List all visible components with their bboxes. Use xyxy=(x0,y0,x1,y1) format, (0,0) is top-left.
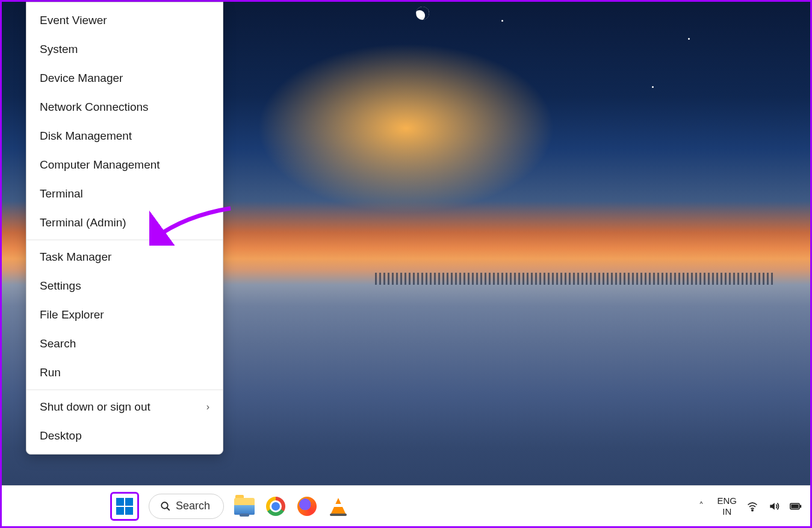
menu-item-desktop[interactable]: Desktop xyxy=(26,421,223,450)
menu-item-label: Desktop xyxy=(40,429,82,443)
menu-item-disk-management[interactable]: Disk Management xyxy=(26,122,223,151)
wifi-icon[interactable] xyxy=(746,500,758,512)
menu-item-computer-management[interactable]: Computer Management xyxy=(26,151,223,179)
winx-context-menu: Event Viewer System Device Manager Netwo… xyxy=(26,2,223,455)
menu-item-label: System xyxy=(40,43,78,56)
menu-item-shut-down-or-sign-out[interactable]: Shut down or sign out › xyxy=(26,393,223,421)
taskbar: Search ˄ ENG IN xyxy=(2,485,810,526)
svg-rect-5 xyxy=(791,504,798,508)
chrome-icon xyxy=(266,497,285,516)
menu-item-label: Run xyxy=(40,366,61,379)
trees-decoration xyxy=(375,273,774,285)
menu-item-task-manager[interactable]: Task Manager xyxy=(26,243,223,272)
vlc-icon xyxy=(330,498,346,515)
menu-item-label: Search xyxy=(40,337,76,350)
menu-item-terminal-admin[interactable]: Terminal (Admin) xyxy=(26,208,223,237)
volume-icon[interactable] xyxy=(768,500,780,512)
menu-item-run[interactable]: Run xyxy=(26,358,223,387)
taskbar-icon-chrome[interactable] xyxy=(265,495,287,517)
menu-item-terminal[interactable]: Terminal xyxy=(26,179,223,208)
star-decoration xyxy=(688,38,690,40)
menu-item-label: File Explorer xyxy=(40,308,104,321)
menu-item-network-connections[interactable]: Network Connections xyxy=(26,93,223,122)
svg-rect-4 xyxy=(800,505,801,508)
start-button[interactable] xyxy=(110,492,139,521)
menu-item-label: Computer Management xyxy=(40,158,160,172)
menu-item-label: Task Manager xyxy=(40,250,111,264)
menu-item-settings[interactable]: Settings xyxy=(26,272,223,300)
language-indicator[interactable]: ENG IN xyxy=(717,495,737,517)
menu-item-event-viewer[interactable]: Event Viewer xyxy=(26,6,223,35)
file-explorer-icon xyxy=(234,498,255,515)
menu-item-label: Network Connections xyxy=(40,101,149,114)
taskbar-icon-firefox[interactable] xyxy=(296,495,318,517)
menu-item-search[interactable]: Search xyxy=(26,329,223,358)
lang-bottom: IN xyxy=(717,506,737,517)
menu-item-file-explorer[interactable]: File Explorer xyxy=(26,300,223,329)
menu-separator xyxy=(26,390,223,390)
menu-item-label: Disk Management xyxy=(40,129,132,143)
star-decoration xyxy=(501,20,503,22)
star-decoration xyxy=(652,86,654,88)
svg-point-0 xyxy=(161,502,168,509)
menu-separator xyxy=(26,240,223,240)
menu-item-label: Shut down or sign out xyxy=(40,400,150,414)
moon-decoration xyxy=(414,5,431,22)
battery-icon[interactable] xyxy=(790,500,802,512)
menu-item-label: Event Viewer xyxy=(40,14,107,27)
menu-item-label: Settings xyxy=(40,279,81,293)
tray-overflow-chevron[interactable]: ˄ xyxy=(695,500,707,512)
system-tray: ˄ ENG IN xyxy=(695,486,802,526)
firefox-icon xyxy=(297,497,317,516)
search-icon xyxy=(160,501,171,512)
svg-line-1 xyxy=(167,508,170,511)
taskbar-search[interactable]: Search xyxy=(149,494,224,519)
svg-point-2 xyxy=(752,509,753,511)
menu-item-label: Device Manager xyxy=(40,72,123,85)
menu-item-label: Terminal xyxy=(40,187,83,200)
taskbar-icon-vlc[interactable] xyxy=(327,495,349,517)
taskbar-icon-file-explorer[interactable] xyxy=(234,495,255,517)
lang-top: ENG xyxy=(717,495,737,506)
chevron-right-icon: › xyxy=(206,402,209,412)
menu-item-device-manager[interactable]: Device Manager xyxy=(26,64,223,93)
windows-logo-icon xyxy=(116,498,133,515)
menu-item-system[interactable]: System xyxy=(26,35,223,64)
search-label: Search xyxy=(176,500,210,512)
menu-item-label: Terminal (Admin) xyxy=(40,216,126,229)
